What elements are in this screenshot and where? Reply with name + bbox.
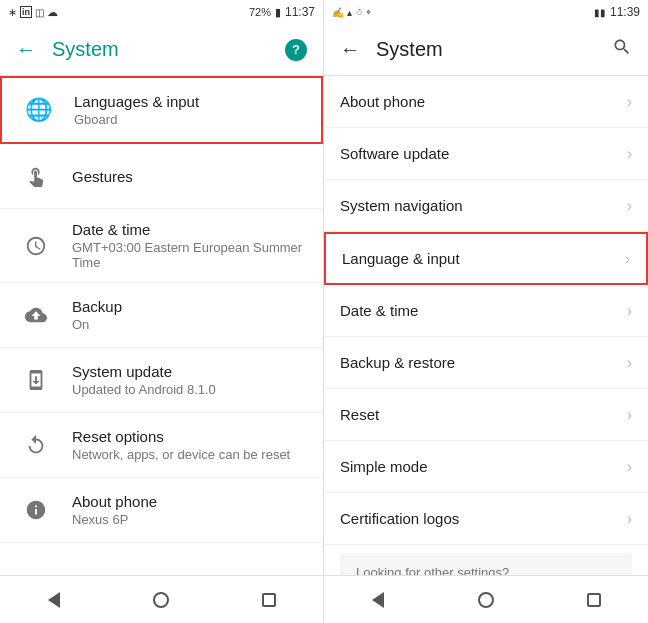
title-simplemode-right: Simple mode <box>340 442 627 491</box>
right-status-icons: ✍ ▴ ☃ ⌖ <box>332 7 371 18</box>
question-mark: ? <box>292 42 300 57</box>
back-nav-right[interactable] <box>348 582 408 618</box>
item-text-systemupdate: System update Updated to Android 8.1.0 <box>72 363 307 397</box>
title-certlogos-right: Certification logos <box>340 494 627 543</box>
recents-nav-right[interactable] <box>564 582 624 618</box>
status-bar-right: ✍ ▴ ☃ ⌖ ▮▮ 11:39 <box>324 0 648 24</box>
image-icon: ◫ <box>35 7 44 18</box>
setting-item-right-aboutphone[interactable]: About phone › <box>324 76 648 128</box>
item-text-gestures: Gestures <box>72 168 307 185</box>
setting-item-right-simplemode[interactable]: Simple mode › <box>324 441 648 493</box>
setting-item-gestures[interactable]: Gestures <box>0 144 323 209</box>
linkedin-icon: in <box>20 6 32 18</box>
bluetooth-icon: ∗ <box>8 6 17 19</box>
item-title-datetime: Date & time <box>72 221 307 238</box>
chevron-languageinput: › <box>625 250 630 268</box>
recents-nav-left[interactable] <box>239 582 299 618</box>
reset-icon <box>16 425 56 465</box>
info-icon <box>16 490 56 530</box>
home-nav-left[interactable] <box>131 582 191 618</box>
title-backuprestore-right: Backup & restore <box>340 338 627 387</box>
battery-icon-right: ▮▮ <box>594 7 606 18</box>
item-text-aboutphone: About phone Nexus 6P <box>72 493 307 527</box>
settings-list-left: 🌐 Languages & input Gboard Gestures <box>0 76 323 575</box>
title-systemnavigation-right: System navigation <box>340 181 627 230</box>
item-subtitle-backup: On <box>72 317 307 332</box>
back-nav-left[interactable] <box>24 582 84 618</box>
bottom-nav-left <box>0 575 323 623</box>
setting-item-right-reset[interactable]: Reset › <box>324 389 648 441</box>
extra-icons: ☃ ⌖ <box>355 7 371 18</box>
search-icon-right[interactable] <box>612 37 632 62</box>
setting-item-backup[interactable]: Backup On <box>0 283 323 348</box>
item-subtitle-aboutphone: Nexus 6P <box>72 512 307 527</box>
clock-icon <box>16 226 56 266</box>
help-button-left[interactable]: ? <box>285 39 307 61</box>
settings-list-right: About phone › Software update › System n… <box>324 76 648 575</box>
setting-item-languages[interactable]: 🌐 Languages & input Gboard <box>0 76 323 144</box>
setting-item-aboutphone[interactable]: About phone Nexus 6P <box>0 478 323 543</box>
item-subtitle-reset: Network, apps, or device can be reset <box>72 447 307 462</box>
cloud-icon: ☁ <box>47 6 58 19</box>
item-title-gestures: Gestures <box>72 168 307 185</box>
chevron-backuprestore: › <box>627 354 632 372</box>
chevron-aboutphone: › <box>627 93 632 111</box>
item-subtitle-languages: Gboard <box>74 112 305 127</box>
item-text-languages: Languages & input Gboard <box>74 93 305 127</box>
chevron-systemnavigation: › <box>627 197 632 215</box>
setting-item-right-softwareupdate[interactable]: Software update › <box>324 128 648 180</box>
gesture-icon <box>16 156 56 196</box>
title-languageinput-right: Language & input <box>342 234 625 283</box>
status-bar-left: ∗ in ◫ ☁ 72% ▮ 11:37 <box>0 0 323 24</box>
item-title-languages: Languages & input <box>74 93 305 110</box>
setting-item-reset[interactable]: Reset options Network, apps, or device c… <box>0 413 323 478</box>
right-panel: ✍ ▴ ☃ ⌖ ▮▮ 11:39 ← System About phone › … <box>324 0 648 623</box>
cloud-upload-icon <box>16 295 56 335</box>
item-title-aboutphone: About phone <box>72 493 307 510</box>
left-status-icons: ∗ in ◫ ☁ <box>8 6 58 19</box>
other-settings-box: Looking for other settings? Accessibilit… <box>340 553 632 575</box>
back-button-right[interactable]: ← <box>340 38 360 61</box>
item-title-backup: Backup <box>72 298 307 315</box>
item-subtitle-datetime: GMT+03:00 Eastern European Summer Time <box>72 240 307 270</box>
setting-item-right-datetime[interactable]: Date & time › <box>324 285 648 337</box>
chevron-softwareupdate: › <box>627 145 632 163</box>
setting-item-right-languageinput[interactable]: Language & input › <box>324 232 648 285</box>
title-datetime-right: Date & time <box>340 286 627 335</box>
chevron-certlogos: › <box>627 510 632 528</box>
chevron-reset: › <box>627 406 632 424</box>
item-title-systemupdate: System update <box>72 363 307 380</box>
page-title-right: System <box>376 38 596 61</box>
time-right: 11:39 <box>610 5 640 19</box>
setting-item-right-systemnavigation[interactable]: System navigation › <box>324 180 648 232</box>
battery-icon-left: ▮ <box>275 6 281 19</box>
setting-item-right-backuprestore[interactable]: Backup & restore › <box>324 337 648 389</box>
wifi-icon: ▴ <box>347 7 352 18</box>
left-panel: ∗ in ◫ ☁ 72% ▮ 11:37 ← System ? 🌐 Langua… <box>0 0 324 623</box>
item-text-backup: Backup On <box>72 298 307 332</box>
setting-item-datetime[interactable]: Date & time GMT+03:00 Eastern European S… <box>0 209 323 283</box>
title-softwareupdate-right: Software update <box>340 129 627 178</box>
time-left: 11:37 <box>285 5 315 19</box>
bottom-nav-right <box>324 575 648 623</box>
battery-percent-left: 72% <box>249 6 271 18</box>
item-subtitle-systemupdate: Updated to Android 8.1.0 <box>72 382 307 397</box>
item-text-reset: Reset options Network, apps, or device c… <box>72 428 307 462</box>
chevron-datetime: › <box>627 302 632 320</box>
setting-item-systemupdate[interactable]: System update Updated to Android 8.1.0 <box>0 348 323 413</box>
header-right: ← System <box>324 24 648 76</box>
system-update-icon <box>16 360 56 400</box>
signal-icon: ✍ <box>332 7 344 18</box>
item-text-datetime: Date & time GMT+03:00 Eastern European S… <box>72 221 307 270</box>
item-title-reset: Reset options <box>72 428 307 445</box>
title-reset-right: Reset <box>340 390 627 439</box>
home-nav-right[interactable] <box>456 582 516 618</box>
globe-icon: 🌐 <box>18 90 58 130</box>
chevron-simplemode: › <box>627 458 632 476</box>
looking-for-settings-text: Looking for other settings? <box>356 565 616 575</box>
setting-item-right-certlogos[interactable]: Certification logos › <box>324 493 648 545</box>
back-button-left[interactable]: ← <box>16 38 36 61</box>
title-aboutphone-right: About phone <box>340 77 627 126</box>
header-left: ← System ? <box>0 24 323 76</box>
page-title-left: System <box>52 38 269 61</box>
